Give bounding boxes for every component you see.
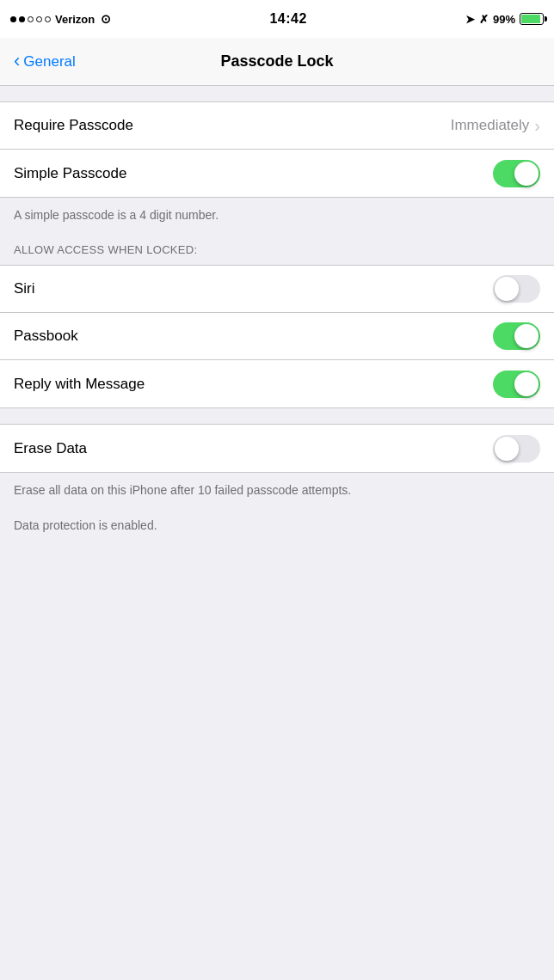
allow-access-header-block: ALLOW ACCESS WHEN LOCKED:: [0, 234, 554, 265]
require-passcode-chevron-icon: ›: [534, 116, 540, 136]
battery-container: [520, 13, 544, 25]
battery-icon: [520, 13, 544, 25]
erase-data-footer-text-2: Data protection is enabled.: [14, 517, 540, 535]
status-left: Verizon ⊙: [10, 12, 111, 26]
signal-dot-3: [28, 16, 34, 22]
back-label: General: [23, 53, 75, 70]
reply-with-message-label: Reply with Message: [14, 376, 145, 393]
passbook-label: Passbook: [14, 328, 78, 345]
passbook-toggle-knob: [514, 324, 539, 348]
erase-data-toggle-knob: [495, 437, 519, 461]
bluetooth-icon: ✗: [479, 13, 489, 26]
siri-toggle-knob: [495, 277, 519, 301]
erase-data-footer: Erase all data on this iPhone after 10 f…: [0, 473, 554, 547]
reply-with-message-row[interactable]: Reply with Message: [0, 360, 554, 407]
reply-with-message-toggle[interactable]: [493, 371, 540, 398]
wifi-icon: ⊙: [101, 12, 111, 26]
location-icon: ➤: [465, 13, 475, 26]
status-time: 14:42: [269, 11, 306, 27]
passbook-toggle[interactable]: [493, 322, 540, 350]
erase-data-label: Erase Data: [14, 440, 87, 457]
mid-spacer: [0, 408, 554, 424]
allow-access-group: Siri Passbook Reply with Message: [0, 265, 554, 408]
battery-fill: [521, 15, 540, 23]
simple-passcode-description: A simple passcode is a 4 digit number.: [0, 198, 554, 234]
top-spacer: [0, 86, 554, 101]
simple-passcode-label: Simple Passcode: [14, 165, 126, 182]
nav-bar: ‹ General Passcode Lock: [0, 38, 554, 86]
allow-access-header-text: ALLOW ACCESS WHEN LOCKED:: [14, 243, 197, 256]
signal-dot-1: [10, 16, 16, 22]
require-passcode-value: Immediately: [451, 117, 530, 134]
simple-passcode-description-text: A simple passcode is a 4 digit number.: [14, 208, 219, 222]
simple-passcode-toggle-knob: [514, 162, 539, 186]
passbook-row[interactable]: Passbook: [0, 313, 554, 360]
signal-dot-4: [36, 16, 42, 22]
battery-percent: 99%: [493, 13, 515, 26]
signal-dot-5: [45, 16, 51, 22]
carrier-label: Verizon: [55, 13, 95, 26]
simple-passcode-toggle[interactable]: [493, 160, 540, 187]
require-passcode-value-container: Immediately ›: [451, 116, 540, 136]
back-chevron-icon: ‹: [14, 52, 20, 70]
require-passcode-row[interactable]: Require Passcode Immediately ›: [0, 102, 554, 150]
passcode-group: Require Passcode Immediately › Simple Pa…: [0, 101, 554, 198]
back-button[interactable]: ‹ General: [14, 53, 76, 70]
erase-data-group: Erase Data: [0, 424, 554, 473]
status-bar: Verizon ⊙ 14:42 ➤ ✗ 99%: [0, 0, 554, 38]
status-right: ➤ ✗ 99%: [465, 13, 544, 26]
require-passcode-label: Require Passcode: [14, 117, 133, 134]
siri-row[interactable]: Siri: [0, 266, 554, 313]
signal-dot-2: [19, 16, 25, 22]
reply-with-message-toggle-knob: [514, 372, 539, 396]
nav-title: Passcode Lock: [220, 52, 333, 70]
erase-data-footer-text-1: Erase all data on this iPhone after 10 f…: [14, 481, 540, 499]
erase-data-toggle[interactable]: [493, 435, 540, 462]
simple-passcode-row[interactable]: Simple Passcode: [0, 150, 554, 197]
signal-dots: [10, 16, 51, 22]
erase-data-row[interactable]: Erase Data: [0, 425, 554, 472]
siri-toggle[interactable]: [493, 275, 540, 303]
siri-label: Siri: [14, 280, 35, 297]
bottom-spacer: [0, 547, 554, 564]
